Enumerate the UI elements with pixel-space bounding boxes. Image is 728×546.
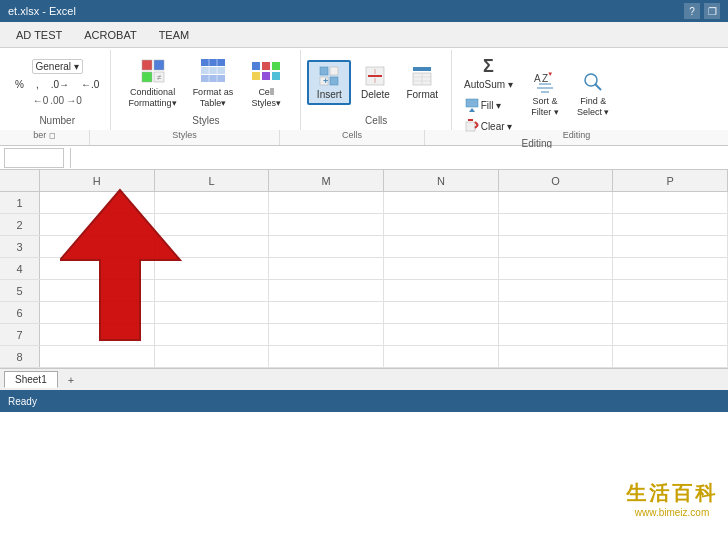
number-format-btn[interactable]: General ▾ xyxy=(32,59,83,74)
cell-O5[interactable] xyxy=(499,280,614,301)
find-select-button[interactable]: Find &Select ▾ xyxy=(571,66,616,122)
cell-P2[interactable] xyxy=(613,214,728,235)
col-header-L[interactable]: L xyxy=(155,170,270,191)
increase-decimal-btn[interactable]: .0→ xyxy=(46,76,74,93)
cell-H6[interactable] xyxy=(40,302,155,323)
format-button[interactable]: Format xyxy=(399,61,445,104)
cells-label-row: Cells xyxy=(280,130,425,145)
formula-input[interactable] xyxy=(77,148,724,168)
grid: 1 2 3 4 xyxy=(0,192,728,368)
cell-H1[interactable] xyxy=(40,192,155,213)
name-box[interactable] xyxy=(4,148,64,168)
svg-rect-10 xyxy=(320,67,328,75)
help-button[interactable]: ? xyxy=(684,3,700,19)
cell-O6[interactable] xyxy=(499,302,614,323)
cell-M1[interactable] xyxy=(269,192,384,213)
cell-styles-btn[interactable]: CellStyles▾ xyxy=(243,53,289,113)
ribbon-content: General ▾ % , .0→ ←.0 ←0.00→0 Number xyxy=(0,48,728,130)
cell-L5[interactable] xyxy=(155,280,270,301)
col-header-M[interactable]: M xyxy=(269,170,384,191)
format-as-table-btn[interactable]: Format asTable▾ xyxy=(187,53,240,113)
cell-P5[interactable] xyxy=(613,280,728,301)
cell-N3[interactable] xyxy=(384,236,499,257)
restore-button[interactable]: ❐ xyxy=(704,3,720,19)
cell-M8[interactable] xyxy=(269,346,384,367)
sheet-tab-1[interactable]: Sheet1 xyxy=(4,371,58,388)
col-header-P[interactable]: P xyxy=(613,170,728,191)
autosum-button[interactable]: Σ AutoSum ▾ xyxy=(458,52,519,94)
cell-M2[interactable] xyxy=(269,214,384,235)
styles-buttons: ≠ ConditionalFormatting▾ Format asTabl xyxy=(117,52,294,113)
cell-P1[interactable] xyxy=(613,192,728,213)
cell-P7[interactable] xyxy=(613,324,728,345)
svg-rect-1 xyxy=(154,60,164,70)
cell-L3[interactable] xyxy=(155,236,270,257)
svg-marker-35 xyxy=(548,73,552,77)
cell-L4[interactable] xyxy=(155,258,270,279)
cell-L7[interactable] xyxy=(155,324,270,345)
table-row: 6 xyxy=(0,302,728,324)
row-num-4: 4 xyxy=(0,258,40,279)
insert-label: Insert xyxy=(317,89,342,100)
cell-P3[interactable] xyxy=(613,236,728,257)
cell-M6[interactable] xyxy=(269,302,384,323)
percent-btn[interactable]: % xyxy=(10,76,29,93)
add-sheet-button[interactable]: + xyxy=(68,374,74,386)
tab-team[interactable]: TEAM xyxy=(149,26,200,44)
delete-button[interactable]: Delete xyxy=(353,61,397,104)
conditional-formatting-btn[interactable]: ≠ ConditionalFormatting▾ xyxy=(123,53,183,113)
cell-L1[interactable] xyxy=(155,192,270,213)
sort-filter-button[interactable]: A Z Sort &Filter ▾ xyxy=(523,66,567,122)
cell-N4[interactable] xyxy=(384,258,499,279)
status-bar: Ready xyxy=(0,390,728,412)
col-header-O[interactable]: O xyxy=(499,170,614,191)
cell-N1[interactable] xyxy=(384,192,499,213)
cell-H4[interactable] xyxy=(40,258,155,279)
cell-M3[interactable] xyxy=(269,236,384,257)
cell-N2[interactable] xyxy=(384,214,499,235)
cell-H5[interactable] xyxy=(40,280,155,301)
cell-O4[interactable] xyxy=(499,258,614,279)
cell-N7[interactable] xyxy=(384,324,499,345)
col-header-N[interactable]: N xyxy=(384,170,499,191)
cell-N8[interactable] xyxy=(384,346,499,367)
cell-H7[interactable] xyxy=(40,324,155,345)
fill-icon xyxy=(465,98,479,112)
cell-L6[interactable] xyxy=(155,302,270,323)
insert-button[interactable]: + Insert xyxy=(307,60,351,105)
cell-O7[interactable] xyxy=(499,324,614,345)
delete-icon xyxy=(364,65,386,87)
table-row: 5 xyxy=(0,280,728,302)
svg-rect-19 xyxy=(413,67,431,71)
col-header-H[interactable]: H xyxy=(40,170,155,191)
cell-H3[interactable] xyxy=(40,236,155,257)
title-bar: et.xlsx - Excel ? ❐ xyxy=(0,0,728,22)
cell-L8[interactable] xyxy=(155,346,270,367)
decrease-decimal-btn[interactable]: ←.0 xyxy=(76,76,104,93)
tab-ad-test[interactable]: AD TEST xyxy=(6,26,72,44)
cell-H2[interactable] xyxy=(40,214,155,235)
cell-O3[interactable] xyxy=(499,236,614,257)
cell-M4[interactable] xyxy=(269,258,384,279)
cell-O2[interactable] xyxy=(499,214,614,235)
cell-N6[interactable] xyxy=(384,302,499,323)
cell-P4[interactable] xyxy=(613,258,728,279)
cell-L2[interactable] xyxy=(155,214,270,235)
tab-acrobat[interactable]: ACROBAT xyxy=(74,26,146,44)
cell-M5[interactable] xyxy=(269,280,384,301)
cell-O8[interactable] xyxy=(499,346,614,367)
cell-P6[interactable] xyxy=(613,302,728,323)
autosum-label: AutoSum ▾ xyxy=(464,79,513,90)
spreadsheet-area: H L M N O P 1 2 3 xyxy=(0,170,728,368)
row-num-7: 7 xyxy=(0,324,40,345)
cell-M7[interactable] xyxy=(269,324,384,345)
cells-group: + Insert Delete xyxy=(301,50,452,130)
fill-button[interactable]: Fill ▾ xyxy=(460,95,518,115)
cell-P8[interactable] xyxy=(613,346,728,367)
comma-btn[interactable]: , xyxy=(31,76,44,93)
cell-N5[interactable] xyxy=(384,280,499,301)
svg-line-29 xyxy=(475,125,478,128)
cell-H8[interactable] xyxy=(40,346,155,367)
cell-O1[interactable] xyxy=(499,192,614,213)
insert-icon: + xyxy=(318,65,340,87)
